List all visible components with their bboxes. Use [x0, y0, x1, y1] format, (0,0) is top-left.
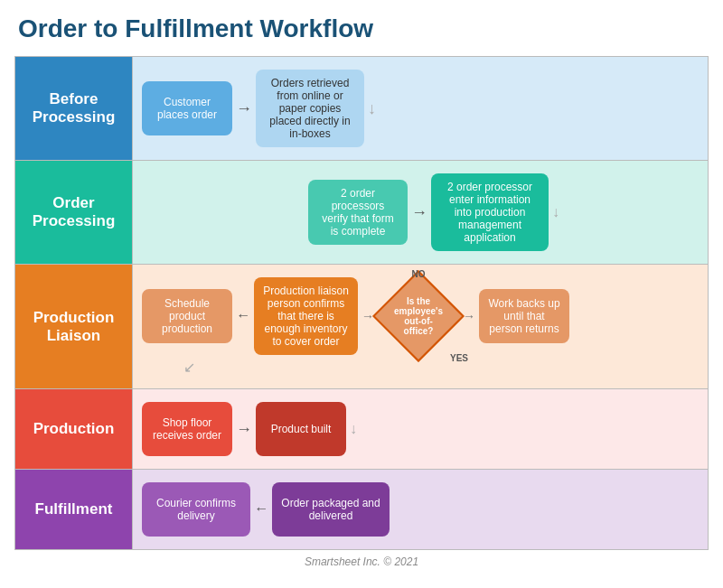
lane-label-before: Before Processing	[33, 90, 116, 126]
arrow-2: ↓	[364, 99, 380, 118]
liaison-box3: Work backs up until that person returns	[479, 289, 569, 343]
production-box2: Product built	[256, 402, 346, 456]
lane-label-production: Production	[33, 420, 115, 437]
before-box2: Orders retrieved from online or paper co…	[256, 70, 364, 147]
arrow-8: →	[232, 420, 256, 439]
arrow-4: ↓	[549, 204, 559, 220]
arrow-5: →	[232, 308, 254, 324]
arrow-3: →	[408, 203, 431, 222]
lane-label-fulfillment: Fulfillment	[35, 500, 113, 518]
before-box1: Customer places order	[142, 81, 232, 135]
lane-label-order: Order Processing	[33, 194, 116, 229]
lane-label-liaison: Production Liaison	[33, 309, 115, 344]
liaison-box2: Production liaison person confirms that …	[254, 277, 358, 355]
fulfillment-box2: Order packaged and delivered	[272, 482, 390, 537]
footer-text: Smartsheet Inc. © 2021	[14, 555, 709, 568]
order-box2: 2 order processor enter information into…	[431, 173, 549, 251]
arrow-9: →	[250, 501, 272, 518]
yes-label: YES	[450, 353, 468, 363]
arrow-down-liaison: ↙	[183, 359, 195, 376]
production-box1: Shop floor receives order	[142, 402, 232, 456]
arrow-1: →	[232, 99, 256, 118]
liaison-box1: Schedule product production	[142, 289, 232, 343]
arrow-down-prod: ↓	[346, 421, 357, 437]
liaison-diamond: Is the employee's out-of-office? NO YES	[378, 280, 459, 352]
page-title: Order to Fulfillment Workflow	[14, 14, 709, 43]
fulfillment-box1: Courier confirms delivery	[142, 482, 250, 537]
no-label: NO	[412, 269, 426, 279]
order-box1: 2 order processors verify that form is c…	[308, 180, 408, 245]
